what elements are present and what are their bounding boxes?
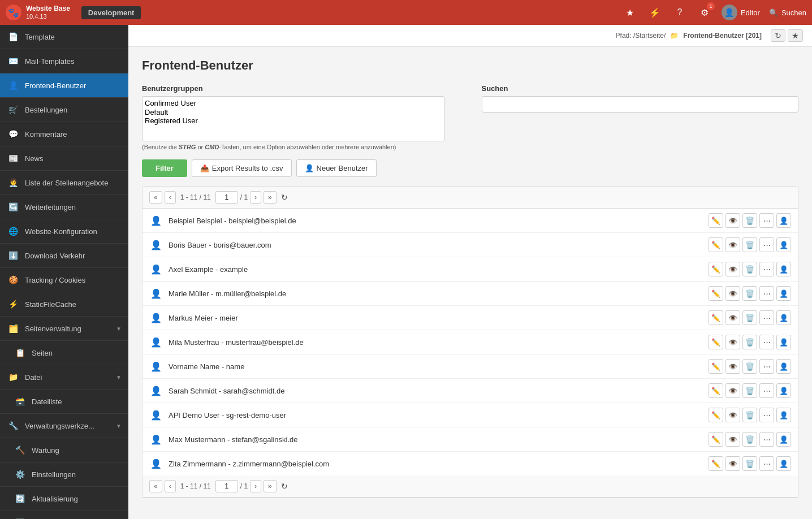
- first-page-button-bottom[interactable]: «: [149, 480, 162, 492]
- view-button[interactable]: 👁️: [725, 213, 740, 228]
- more-button[interactable]: ⋯: [759, 383, 774, 398]
- sidebar-item-aktualisierung[interactable]: 🔄 Aktualisierung: [0, 487, 128, 511]
- view-button[interactable]: 👁️: [725, 286, 740, 301]
- view-button[interactable]: 👁️: [725, 383, 740, 398]
- edit-button[interactable]: ✏️: [709, 310, 723, 325]
- sidebar-item-stellenangebote[interactable]: 🧑‍💼 Liste der Stellenangebote: [0, 171, 128, 195]
- edit-button[interactable]: ✏️: [709, 286, 723, 301]
- edit-button[interactable]: ✏️: [709, 237, 723, 252]
- sidebar-item-umgebung[interactable]: 🖥️ Umgebung: [0, 511, 128, 519]
- edit-button[interactable]: ✏️: [709, 408, 723, 422]
- more-button[interactable]: ⋯: [759, 335, 774, 349]
- edit-button[interactable]: ✏️: [709, 335, 723, 349]
- prev-page-button[interactable]: ‹: [165, 191, 176, 204]
- more-button[interactable]: ⋯: [759, 262, 774, 276]
- sidebar-item-tracking-cookies[interactable]: 🍪 Tracking / Cookies: [0, 268, 128, 292]
- sidebar-item-kommentare[interactable]: 💬 Kommentare: [0, 122, 128, 146]
- search-area[interactable]: 🔍 Suchen: [769, 8, 806, 17]
- sidebar-group-datei[interactable]: 📁 Datei ▼: [0, 365, 128, 390]
- view-button[interactable]: 👁️: [725, 432, 740, 447]
- view-button[interactable]: 👁️: [725, 456, 740, 471]
- more-button[interactable]: ⋯: [759, 432, 774, 447]
- benutzergruppen-select[interactable]: Confirmed User Default Registered User: [142, 96, 444, 141]
- page-input[interactable]: [215, 191, 238, 204]
- lightning-icon[interactable]: ⚡: [647, 5, 663, 20]
- sidebar-item-download-verkehr[interactable]: ⬇️ Download Verkehr: [0, 244, 128, 268]
- user-action-button[interactable]: 👤: [776, 237, 791, 252]
- delete-button[interactable]: 🗑️: [742, 286, 757, 301]
- delete-button[interactable]: 🗑️: [742, 213, 757, 228]
- more-button[interactable]: ⋯: [759, 310, 774, 325]
- prev-page-button-bottom[interactable]: ‹: [165, 480, 176, 492]
- sidebar-item-seiten[interactable]: 📋 Seiten: [0, 341, 128, 365]
- favorites-icon[interactable]: ★: [622, 5, 638, 20]
- user-action-button[interactable]: 👤: [776, 408, 791, 422]
- user-action-button[interactable]: 👤: [776, 359, 791, 374]
- notifications-icon[interactable]: ⚙ 1: [697, 5, 712, 20]
- delete-button[interactable]: 🗑️: [742, 359, 757, 374]
- user-action-button[interactable]: 👤: [776, 432, 791, 447]
- star-button[interactable]: ★: [788, 29, 803, 42]
- first-page-button[interactable]: «: [149, 191, 162, 204]
- sidebar-item-weiterleitungen[interactable]: ↪️ Weiterleitungen: [0, 195, 128, 219]
- user-action-button[interactable]: 👤: [776, 383, 791, 398]
- more-button[interactable]: ⋯: [759, 359, 774, 374]
- last-page-button-bottom[interactable]: »: [264, 480, 277, 492]
- new-user-button[interactable]: 👤 Neuer Benutzer: [296, 159, 377, 177]
- delete-button[interactable]: 🗑️: [742, 432, 757, 447]
- pagination-refresh-button[interactable]: ↻: [281, 193, 288, 202]
- more-button[interactable]: ⋯: [759, 408, 774, 422]
- page-input-bottom[interactable]: [215, 480, 238, 492]
- edit-button[interactable]: ✏️: [709, 432, 723, 447]
- sidebar-item-news[interactable]: 📰 News: [0, 146, 128, 171]
- view-button[interactable]: 👁️: [725, 359, 740, 374]
- user-action-button[interactable]: 👤: [776, 213, 791, 228]
- export-button[interactable]: 📤 Export Results to .csv: [192, 159, 292, 177]
- sidebar-group-verwaltungswerkzeuge[interactable]: 🔧 Verwaltungswerkze... ▼: [0, 414, 128, 438]
- filter-button[interactable]: Filter: [142, 159, 187, 177]
- more-button[interactable]: ⋯: [759, 237, 774, 252]
- user-action-button[interactable]: 👤: [776, 456, 791, 471]
- delete-button[interactable]: 🗑️: [742, 456, 757, 471]
- delete-button[interactable]: 🗑️: [742, 335, 757, 349]
- user-action-button[interactable]: 👤: [776, 262, 791, 276]
- edit-button[interactable]: ✏️: [709, 213, 723, 228]
- view-button[interactable]: 👁️: [725, 262, 740, 276]
- sidebar-item-bestellungen[interactable]: 🛒 Bestellungen: [0, 98, 128, 122]
- delete-button[interactable]: 🗑️: [742, 262, 757, 276]
- more-button[interactable]: ⋯: [759, 213, 774, 228]
- app-logo[interactable]: 🐾 Website Base 10.4.13: [6, 5, 70, 20]
- edit-button[interactable]: ✏️: [709, 262, 723, 276]
- next-page-button[interactable]: ›: [250, 191, 261, 204]
- refresh-button[interactable]: ↻: [771, 29, 785, 42]
- view-button[interactable]: 👁️: [725, 408, 740, 422]
- edit-button[interactable]: ✏️: [709, 359, 723, 374]
- sidebar-item-wartung[interactable]: 🔨 Wartung: [0, 438, 128, 462]
- user-action-button[interactable]: 👤: [776, 335, 791, 349]
- sidebar-item-frontend-benutzer[interactable]: 👤 Frontend-Benutzer: [0, 73, 128, 98]
- user-menu[interactable]: 👤 Editor: [722, 5, 760, 20]
- user-action-button[interactable]: 👤: [776, 286, 791, 301]
- search-input[interactable]: [482, 96, 799, 113]
- delete-button[interactable]: 🗑️: [742, 408, 757, 422]
- sidebar-item-template[interactable]: 📄 Template: [0, 25, 128, 49]
- help-icon[interactable]: ?: [672, 5, 688, 20]
- more-button[interactable]: ⋯: [759, 286, 774, 301]
- edit-button[interactable]: ✏️: [709, 383, 723, 398]
- sidebar-item-website-konfiguration[interactable]: 🌐 Website-Konfiguration: [0, 219, 128, 244]
- delete-button[interactable]: 🗑️: [742, 237, 757, 252]
- view-button[interactable]: 👁️: [725, 310, 740, 325]
- user-action-button[interactable]: 👤: [776, 310, 791, 325]
- next-page-button-bottom[interactable]: ›: [250, 480, 261, 492]
- last-page-button[interactable]: »: [264, 191, 277, 204]
- sidebar-item-staticfilecache[interactable]: ⚡ StaticFileCache: [0, 292, 128, 317]
- sidebar-item-einstellungen[interactable]: ⚙️ Einstellungen: [0, 462, 128, 487]
- delete-button[interactable]: 🗑️: [742, 383, 757, 398]
- sidebar-item-mail-templates[interactable]: ✉️ Mail-Templates: [0, 49, 128, 73]
- sidebar-group-seitenverwaltung[interactable]: 🗂️ Seitenverwaltung ▼: [0, 317, 128, 341]
- pagination-refresh-button-bottom[interactable]: ↻: [281, 482, 288, 491]
- delete-button[interactable]: 🗑️: [742, 310, 757, 325]
- more-button[interactable]: ⋯: [759, 456, 774, 471]
- edit-button[interactable]: ✏️: [709, 456, 723, 471]
- view-button[interactable]: 👁️: [725, 335, 740, 349]
